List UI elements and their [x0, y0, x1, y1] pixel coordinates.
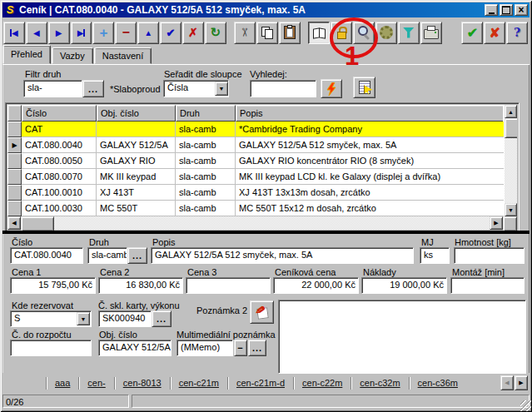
tab-nastaveni[interactable]: Nastavení: [94, 47, 152, 64]
grid-header-druh[interactable]: Druh: [176, 105, 236, 122]
kde-rezervovat-dropdown-button[interactable]: ▼: [77, 312, 90, 325]
minimize-button[interactable]: [485, 4, 498, 16]
bottom-tab-cen[interactable]: cen-: [79, 375, 113, 392]
table-row[interactable]: CAT sla-camb *Cambridge Trading Company: [7, 122, 505, 137]
locate-button[interactable]: [353, 77, 375, 98]
popis-field[interactable]: GALAXY 512/5A 512 smyček, max. 5A: [151, 247, 414, 264]
filter-druh-input[interactable]: sla-: [23, 80, 82, 97]
naklady-field[interactable]: 19 000,00 Kč: [361, 277, 447, 294]
edit-record-button[interactable]: ▲: [137, 22, 159, 44]
scroll-right-icon: ▶: [494, 220, 498, 226]
grid-horizontal-scrollbar[interactable]: ◀ ▶: [7, 216, 503, 230]
filter-button[interactable]: [398, 22, 420, 44]
scroll-down-icon: ▼: [508, 207, 514, 213]
sort-dropdown-button[interactable]: ▼: [215, 82, 228, 96]
insert-record-button[interactable]: +: [92, 22, 114, 44]
prior-record-button[interactable]: ◀: [26, 22, 47, 44]
cena3-field[interactable]: [186, 277, 271, 294]
first-record-button[interactable]: ◀: [3, 22, 25, 44]
scroll-left-button[interactable]: ◀: [7, 216, 21, 230]
bottom-tab-aaa[interactable]: aaa: [47, 375, 78, 392]
mmemo-minus-button[interactable]: −: [234, 340, 247, 356]
scroll-up-button[interactable]: ▲: [505, 105, 517, 118]
mmemo-field[interactable]: (MMemo): [177, 340, 233, 356]
tab-vazby[interactable]: Vazby: [52, 47, 93, 64]
bottom-tab-cen-c21m[interactable]: cen-c21m: [171, 375, 227, 392]
bottom-tab-cen-c22m[interactable]: cen-c22m: [294, 375, 351, 392]
mmemo-label: Multimediální poznámka: [177, 330, 276, 340]
bottom-tab-cen-c32m[interactable]: cen-c32m: [351, 375, 408, 392]
druh-label: Druh: [89, 237, 109, 247]
cislo-field[interactable]: CAT.080.0040: [10, 247, 83, 264]
post-edit-button[interactable]: ✔: [160, 22, 181, 44]
splitter-bar[interactable]: [2, 231, 530, 234]
close-button[interactable]: ×: [515, 4, 528, 16]
maximize-button[interactable]: [500, 4, 513, 16]
skl-karta-field[interactable]: SK000940: [98, 310, 152, 327]
grid-vertical-scrollbar[interactable]: ▲ ▼: [505, 105, 517, 216]
resize-grip[interactable]: [520, 400, 531, 411]
delete-record-button[interactable]: −: [115, 22, 137, 44]
cena1-field[interactable]: 15 795,00 Kč: [10, 277, 96, 294]
help-button[interactable]: ?: [506, 22, 528, 44]
table-row[interactable]: CAT.100.0030 MC 550T sla-camb MC 550T 15…: [7, 201, 505, 216]
montaz-field[interactable]: [450, 277, 525, 294]
grid-header-popis[interactable]: Popis: [236, 105, 503, 122]
ok-button[interactable]: ✔: [461, 22, 483, 44]
table-row[interactable]: CAT.080.0070 MK III keypad sla-camb MK I…: [7, 169, 505, 185]
scroll-right-button[interactable]: ▶: [490, 216, 503, 230]
paste-button[interactable]: [279, 22, 301, 44]
refresh-button[interactable]: ↻: [205, 22, 226, 44]
naklady-label: Náklady: [363, 267, 396, 277]
cena2-field[interactable]: 16 830,00 Kč: [98, 277, 183, 294]
cenikova-cena-field[interactable]: 22 000,00 Kč: [273, 277, 359, 294]
druh-ellipsis-button[interactable]: ...: [127, 247, 147, 264]
last-record-button[interactable]: ▶: [71, 22, 92, 44]
grid-header-indicator: [7, 105, 22, 122]
table-row[interactable]: CAT.080.0050 GALAXY RIO sla-camb GALAXY …: [7, 153, 505, 169]
poznamka2-edit-button[interactable]: [250, 300, 274, 324]
table-row[interactable]: CAT.100.0010 XJ 413T sla-camb XJ 413T 13…: [7, 185, 505, 201]
bottom-tab-cen-c21m-d[interactable]: cen-c21m-d: [228, 375, 293, 392]
window-title: Ceník | CAT.080.0040 - GALAXY 512/5A 512…: [19, 4, 483, 16]
druh-field[interactable]: sla-camb: [87, 247, 127, 264]
poznamka2-textarea[interactable]: [278, 300, 526, 374]
hmotnost-label: Hmotnost [kg]: [455, 237, 511, 247]
mj-field[interactable]: ks: [420, 247, 450, 264]
grid-header-cislo[interactable]: Číslo: [22, 105, 97, 122]
print-icon: [424, 29, 439, 39]
bottom-tab-cen-c36m[interactable]: cen-c36m: [410, 375, 466, 392]
tab-bar: Přehled Vazby Nastavení: [2, 47, 152, 64]
bottom-tab-cen-8013[interactable]: cen-8013: [115, 375, 170, 392]
scroll-down-button[interactable]: ▼: [505, 203, 517, 216]
app-icon: S: [4, 4, 16, 16]
browse-book-button[interactable]: [308, 22, 330, 44]
search-execute-button[interactable]: [321, 79, 342, 98]
search-input[interactable]: [250, 80, 316, 97]
bottom-tabs-scroll-right-button[interactable]: ▶: [515, 375, 528, 390]
post-icon: ✔: [166, 27, 175, 39]
settings-button[interactable]: [375, 22, 397, 44]
montaz-label: Montáž [min]: [452, 267, 505, 277]
cancel-edit-button[interactable]: ✗: [182, 22, 204, 44]
hmotnost-field[interactable]: [454, 247, 525, 264]
bottom-tabs-scroll-left-button[interactable]: ◀: [500, 375, 514, 390]
table-row-current[interactable]: ▶ CAT.080.0040 GALAXY 512/5A sla-camb GA…: [7, 137, 505, 153]
copy-button[interactable]: [256, 22, 278, 44]
rozpocet-field[interactable]: [10, 340, 92, 356]
skl-karta-ellipsis-button[interactable]: ...: [152, 310, 172, 327]
obj-cislo-field[interactable]: GALAXY 512/5A: [98, 340, 172, 356]
annotation-number: 1: [345, 43, 359, 69]
filter-druh-ellipsis-button[interactable]: ...: [82, 80, 104, 97]
cena2-label: Cena 2: [100, 267, 129, 277]
grid-header-obj-cislo[interactable]: Obj. číslo: [97, 105, 176, 122]
print-button[interactable]: [420, 22, 442, 44]
vertical-scroll-thumb[interactable]: [505, 118, 517, 138]
next-record-button[interactable]: ▶: [48, 22, 70, 44]
horizontal-scroll-thumb[interactable]: [21, 216, 54, 231]
close-form-button[interactable]: ✘: [484, 22, 505, 44]
cena1-label: Cena 1: [12, 267, 41, 277]
cut-button[interactable]: ✂: [234, 22, 256, 44]
mmemo-ellipsis-button[interactable]: ...: [248, 340, 266, 356]
tab-prehled[interactable]: Přehled: [2, 45, 51, 64]
